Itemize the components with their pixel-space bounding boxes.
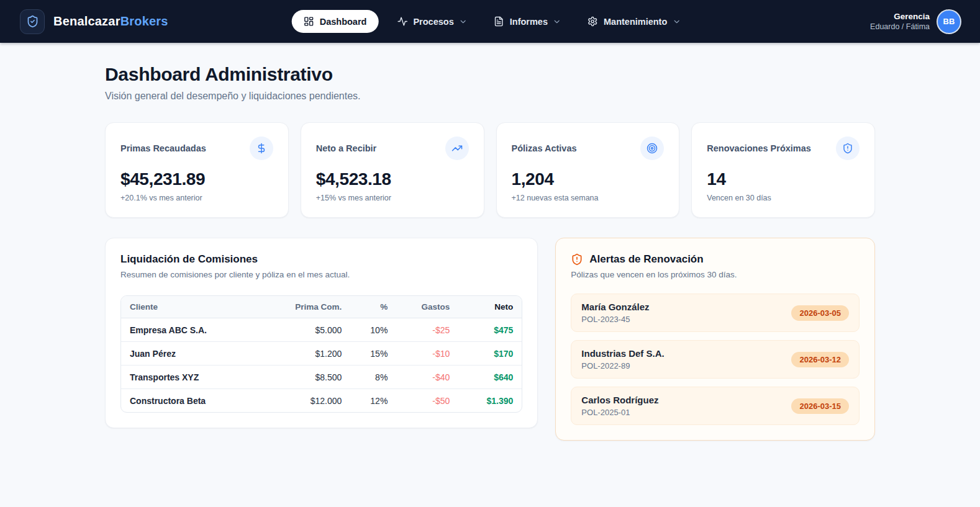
stat-value: 14 (707, 169, 860, 189)
commissions-panel: Liquidación de Comisiones Resumen de com… (105, 238, 538, 428)
alert-policy-number: POL-2025-01 (581, 408, 658, 417)
stat-note: Vencen en 30 días (707, 194, 860, 202)
stat-card-primas-recaudadas: Primas Recaudadas $45,231.89 +20.1% vs m… (105, 122, 289, 218)
alert-info: Carlos Rodríguez POL-2025-01 (581, 395, 658, 417)
brand-name: BenalcazarBrokers (53, 14, 168, 29)
main-nav: Dashboard Procesos Informes (292, 10, 689, 33)
main-grid: Liquidación de Comisiones Resumen de com… (105, 238, 875, 441)
alert-item: Carlos Rodríguez POL-2025-01 2026-03-15 (571, 387, 860, 425)
alert-date-badge: 2026-03-05 (791, 305, 849, 321)
nav-label: Mantenimiento (604, 17, 667, 27)
chevron-down-icon (672, 17, 681, 26)
alert-item: María González POL-2023-45 2026-03-05 (571, 294, 860, 332)
alert-date-badge: 2026-03-15 (791, 398, 849, 414)
stat-note: +15% vs mes anterior (316, 194, 469, 202)
col-header-pct: % (350, 296, 396, 318)
alert-client-name: María González (581, 302, 649, 312)
cell-pct: 8% (350, 366, 396, 389)
cell-neto: $475 (458, 318, 522, 342)
dollar-icon (250, 137, 273, 160)
shield-alert-icon (836, 137, 860, 160)
col-header-gastos: Gastos (396, 296, 458, 318)
stat-note: +12 nuevas esta semana (512, 194, 665, 202)
nav-label: Informes (510, 17, 548, 27)
alert-client-name: Industrias Def S.A. (581, 348, 664, 359)
cell-gastos: -$25 (396, 318, 458, 342)
cell-neto: $170 (458, 342, 522, 366)
nav-item-procesos[interactable]: Procesos (389, 11, 474, 32)
col-header-cliente: Cliente (121, 296, 274, 318)
page-subtitle: Visión general del desempeño y liquidaci… (105, 91, 875, 102)
stats-row: Primas Recaudadas $45,231.89 +20.1% vs m… (105, 122, 875, 218)
alert-policy-number: POL-2023-45 (581, 315, 649, 324)
commissions-subtitle: Resumen de comisiones por cliente y póli… (120, 270, 522, 279)
stat-label: Pólizas Activas (512, 143, 577, 153)
top-navbar: BenalcazarBrokers Dashboard Procesos (0, 0, 980, 43)
stat-label: Neto a Recibir (316, 143, 377, 153)
stat-card-neto-a-recibir: Neto a Recibir $4,523.18 +15% vs mes ant… (301, 122, 484, 218)
stat-value: $45,231.89 (120, 169, 273, 189)
alerts-subtitle: Pólizas que vencen en los próximos 30 dí… (571, 270, 860, 279)
user-info: Gerencia Eduardo / Fátima (870, 12, 930, 31)
brand-logo-link[interactable]: BenalcazarBrokers (20, 9, 168, 34)
stat-card-polizas-activas: Pólizas Activas 1,204 +12 nuevas esta se… (496, 122, 680, 218)
cell-gastos: -$40 (396, 366, 458, 389)
user-names: Eduardo / Fátima (870, 22, 930, 31)
cell-cliente: Empresa ABC S.A. (121, 318, 274, 342)
alert-date-badge: 2026-03-12 (791, 352, 849, 367)
table-row: Constructora Beta $12.000 12% -$50 $1.39… (121, 389, 522, 413)
cell-prima: $5.000 (274, 318, 350, 342)
col-header-prima: Prima Com. (274, 296, 350, 318)
user-role: Gerencia (870, 12, 930, 21)
page-title: Dashboard Administrativo (105, 64, 875, 85)
dashboard-grid-icon (304, 16, 314, 27)
stat-value: 1,204 (512, 169, 665, 189)
alerts-list: María González POL-2023-45 2026-03-05 In… (571, 294, 860, 425)
cell-prima: $1.200 (274, 342, 350, 366)
cell-neto: $1.390 (458, 389, 522, 413)
chevron-down-icon (459, 17, 468, 26)
table-row: Transportes XYZ $8.500 8% -$40 $640 (121, 366, 522, 389)
commissions-table: Cliente Prima Com. % Gastos Neto Empresa… (120, 295, 522, 413)
chevron-down-icon (553, 17, 561, 26)
stat-label: Primas Recaudadas (120, 143, 206, 153)
alerts-title: Alertas de Renovación (589, 253, 703, 266)
gear-icon (588, 16, 598, 27)
cell-cliente: Constructora Beta (121, 389, 274, 413)
activity-icon (397, 16, 407, 27)
table-row: Empresa ABC S.A. $5.000 10% -$25 $475 (121, 318, 522, 342)
table-header-row: Cliente Prima Com. % Gastos Neto (121, 296, 522, 318)
main-content: Dashboard Administrativo Visión general … (105, 43, 875, 478)
cell-prima: $12.000 (274, 389, 350, 413)
avatar[interactable]: BB (938, 11, 960, 33)
nav-item-informes[interactable]: Informes (486, 11, 569, 32)
commissions-title: Liquidación de Comisiones (120, 253, 522, 266)
target-icon (640, 137, 664, 160)
alert-policy-number: POL-2022-89 (581, 361, 664, 370)
stat-label: Renovaciones Próximas (707, 143, 811, 153)
shield-alert-icon (571, 253, 583, 266)
nav-item-mantenimiento[interactable]: Mantenimiento (580, 11, 688, 32)
alert-client-name: Carlos Rodríguez (581, 395, 658, 405)
cell-cliente: Juan Pérez (121, 342, 274, 366)
alert-info: María González POL-2023-45 (581, 302, 649, 324)
cell-pct: 15% (350, 342, 396, 366)
cell-pct: 12% (350, 389, 396, 413)
shield-check-icon (20, 9, 45, 34)
nav-item-dashboard[interactable]: Dashboard (292, 10, 379, 33)
cell-gastos: -$10 (396, 342, 458, 366)
cell-neto: $640 (458, 366, 522, 389)
nav-label: Procesos (413, 17, 453, 27)
trending-up-icon (445, 137, 469, 160)
cell-prima: $8.500 (274, 366, 350, 389)
alert-item: Industrias Def S.A. POL-2022-89 2026-03-… (571, 340, 860, 379)
stat-value: $4,523.18 (316, 169, 469, 189)
cell-cliente: Transportes XYZ (121, 366, 274, 389)
user-menu[interactable]: Gerencia Eduardo / Fátima BB (870, 11, 960, 33)
cell-pct: 10% (350, 318, 396, 342)
nav-label: Dashboard (320, 17, 367, 27)
table-row: Juan Pérez $1.200 15% -$10 $170 (121, 342, 522, 366)
stat-note: +20.1% vs mes anterior (120, 194, 273, 202)
stat-card-renovaciones-proximas: Renovaciones Próximas 14 Vencen en 30 dí… (691, 122, 875, 218)
alert-info: Industrias Def S.A. POL-2022-89 (581, 348, 664, 370)
